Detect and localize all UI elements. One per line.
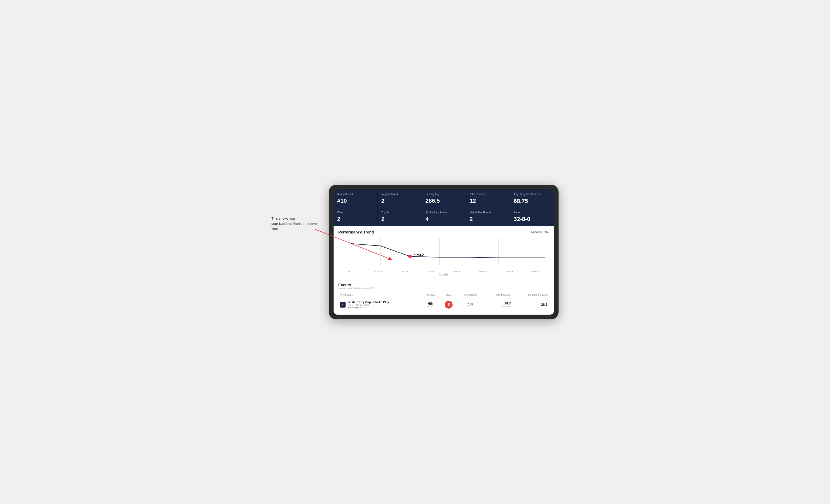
stat-label: Top 3s <box>381 211 418 214</box>
stat-cell-row2-0: Wins 2 <box>333 208 377 226</box>
stat-label: Total Rounds <box>470 193 506 196</box>
stat-label: National Rank <box>337 193 374 196</box>
stat-value: 2 <box>381 198 418 204</box>
stat-value: 2 <box>381 216 418 223</box>
tablet-screen: National Rank #10 Regional Rank 2 Scorin… <box>333 190 554 314</box>
x-label: OCT 23 <box>339 270 365 273</box>
stat-label: Match Play Events <box>470 211 506 214</box>
col-event-sg: Event SG ⓘ <box>457 292 483 298</box>
x-label: APR 24 <box>496 270 522 273</box>
stat-cell-row1-0: National Rank #10 <box>333 190 377 207</box>
event-sg-cell: 0.45 <box>457 298 483 311</box>
rank-impact: Rank Impact: 3 ▼ <box>348 306 389 309</box>
stat-cell-row1-2: Scoring Avg. 286.5 <box>422 190 466 207</box>
x-label: FEB 24 <box>444 270 470 273</box>
score-badge: -22 <box>445 301 453 309</box>
stat-label: Regional Rank <box>381 193 418 196</box>
chart-x-title: Months <box>338 273 549 276</box>
events-table: Event Name Position Score Event SG ⓘ Tot… <box>338 292 549 311</box>
event-date: Oct 9 - Oct 10, 2023 <box>348 304 389 306</box>
stat-cell-row1-3: Total Rounds 12 <box>466 190 510 207</box>
position-sub: out of 7 <box>423 305 438 308</box>
performance-label: National Rank <box>531 230 549 233</box>
position-cell: 6th out of 7 <box>421 298 440 311</box>
stat-value: 32-8-0 <box>514 216 550 223</box>
total-points-sub: 3 Rounds <box>485 305 511 308</box>
total-points-val: 28.3 <box>485 302 511 305</box>
stat-cell-row1-1: Regional Rank 2 <box>378 190 421 207</box>
x-label: DEC 23 <box>391 270 418 273</box>
stats-row2: Wins 2 Top 3s 2 Stroke Play Events 4 Mat… <box>333 208 554 226</box>
stat-cell-row2-3: Match Play Events 2 <box>466 208 510 226</box>
performance-title: Performance Trend <box>338 230 374 234</box>
stat-value: 12 <box>470 198 506 204</box>
events-section: Events Last updated: 24th November 2023 … <box>333 279 554 314</box>
performance-section: Performance Trend National Rank <box>333 226 554 279</box>
chart-svg: • #10 <box>338 238 549 269</box>
tablet-frame: National Rank #10 Regional Rank 2 Scorin… <box>329 185 558 319</box>
svg-point-10 <box>408 255 412 258</box>
x-label: JAN 24 <box>418 270 444 273</box>
annotation-text: This shows you your National Rank trend … <box>272 216 318 231</box>
stat-value: 4 <box>425 216 462 223</box>
stat-value: 68.75 <box>514 198 550 204</box>
col-total-points: Total Points ⓘ <box>483 292 512 298</box>
stat-value: 2 <box>470 216 506 223</box>
events-updated: Last updated: 24th November 2023 <box>338 287 549 290</box>
weighted-points-cell: 28.3 <box>512 298 549 311</box>
total-points-cell: 28.3 3 Rounds <box>483 298 512 311</box>
stat-label: Scoring Avg. <box>425 193 462 196</box>
event-icon: 🏌 <box>340 302 346 308</box>
stat-label: Avg. Weighted Points ⓘ <box>514 193 550 196</box>
annotation-line2: your <box>272 222 279 226</box>
stat-value: 286.5 <box>425 198 462 204</box>
chart-area: • #10 <box>338 238 549 269</box>
col-event-name: Event Name <box>338 292 421 298</box>
weighted-val: 28.3 <box>514 303 548 306</box>
stat-cell-row2-4: Record 32-8-0 <box>510 208 554 226</box>
col-position: Position <box>421 292 440 298</box>
stat-label: Stroke Play Events <box>425 211 462 214</box>
annotation-bold: National Rank <box>279 222 302 226</box>
stats-header: National Rank #10 Regional Rank 2 Scorin… <box>333 190 554 207</box>
stat-value: 2 <box>337 216 374 223</box>
x-label: MAY 24 <box>522 270 549 273</box>
position-value: 6th <box>423 302 438 305</box>
stat-cell-row2-2: Stroke Play Events 4 <box>422 208 466 226</box>
rank-impact-arrow: ▼ <box>364 306 366 309</box>
stat-value: #10 <box>337 198 374 204</box>
x-label: MAR 24 <box>470 270 497 273</box>
score-cell: -22 <box>440 298 457 311</box>
x-label: NOV 23 <box>365 270 391 273</box>
col-weighted-points: Weighted Points ⓘ <box>512 292 549 298</box>
annotation-line1: This shows you <box>272 216 295 221</box>
chart-x-labels: OCT 23NOV 23DEC 23JAN 24FEB 24MAR 24APR … <box>338 270 549 273</box>
event-name: Buster Cozy Cup - Stroke Play <box>348 301 389 304</box>
event-name-cell: 🏌 Buster Cozy Cup - Stroke Play Oct 9 - … <box>338 298 421 311</box>
table-header-row: Event Name Position Score Event SG ⓘ Tot… <box>338 292 549 298</box>
stat-cell-row1-4: Avg. Weighted Points ⓘ 68.75 <box>510 190 554 207</box>
svg-text:• #10: • #10 <box>414 253 424 256</box>
stat-label: Wins <box>337 211 374 214</box>
events-title: Events <box>338 282 549 287</box>
stat-cell-row2-1: Top 3s 2 <box>378 208 421 226</box>
col-score: Score <box>440 292 457 298</box>
stat-label: Record <box>514 211 550 214</box>
table-row: 🏌 Buster Cozy Cup - Stroke Play Oct 9 - … <box>338 298 549 311</box>
